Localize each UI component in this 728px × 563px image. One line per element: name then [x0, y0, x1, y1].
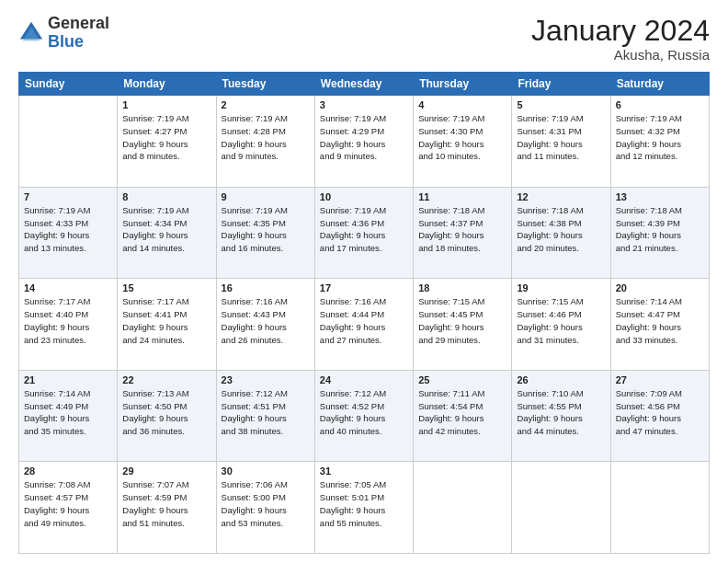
day-info: Sunrise: 7:15 AMSunset: 4:45 PMDaylight:…	[418, 295, 506, 346]
table-cell: 18 Sunrise: 7:15 AMSunset: 4:45 PMDaylig…	[414, 279, 512, 371]
logo: General Blue	[18, 15, 109, 52]
table-cell: 23 Sunrise: 7:12 AMSunset: 4:51 PMDaylig…	[216, 370, 314, 462]
day-number: 19	[517, 282, 605, 293]
table-cell: 10 Sunrise: 7:19 AMSunset: 4:36 PMDaylig…	[314, 187, 413, 279]
col-sunday: Sunday	[19, 73, 118, 96]
day-info: Sunrise: 7:10 AMSunset: 4:55 PMDaylight:…	[517, 387, 605, 438]
day-info: Sunrise: 7:12 AMSunset: 4:52 PMDaylight:…	[320, 387, 408, 438]
day-number: 13	[616, 191, 704, 202]
table-cell: 8 Sunrise: 7:19 AMSunset: 4:34 PMDayligh…	[118, 187, 216, 279]
day-number: 9	[222, 191, 310, 202]
col-saturday: Saturday	[610, 73, 709, 96]
table-cell: 6 Sunrise: 7:19 AMSunset: 4:32 PMDayligh…	[610, 96, 709, 188]
day-info: Sunrise: 7:14 AMSunset: 4:49 PMDaylight:…	[24, 387, 112, 438]
day-info: Sunrise: 7:07 AMSunset: 4:59 PMDaylight:…	[122, 478, 210, 529]
table-cell: 12 Sunrise: 7:18 AMSunset: 4:38 PMDaylig…	[512, 187, 610, 279]
table-cell: 15 Sunrise: 7:17 AMSunset: 4:41 PMDaylig…	[118, 279, 216, 371]
day-number: 8	[122, 191, 210, 202]
day-info: Sunrise: 7:17 AMSunset: 4:40 PMDaylight:…	[24, 295, 112, 346]
day-number: 29	[122, 465, 210, 477]
day-number: 25	[418, 374, 506, 385]
day-info: Sunrise: 7:19 AMSunset: 4:29 PMDaylight:…	[320, 112, 408, 163]
day-info: Sunrise: 7:19 AMSunset: 4:27 PMDaylight:…	[122, 112, 210, 163]
table-cell: 28 Sunrise: 7:08 AMSunset: 4:57 PMDaylig…	[19, 462, 118, 554]
day-info: Sunrise: 7:19 AMSunset: 4:30 PMDaylight:…	[418, 112, 506, 163]
day-number: 7	[24, 191, 112, 202]
day-number: 31	[320, 465, 408, 477]
table-cell: 5 Sunrise: 7:19 AMSunset: 4:31 PMDayligh…	[512, 96, 610, 188]
day-info: Sunrise: 7:18 AMSunset: 4:38 PMDaylight:…	[517, 204, 605, 255]
day-number: 30	[222, 465, 310, 477]
day-number: 6	[616, 99, 704, 110]
table-cell: 31 Sunrise: 7:05 AMSunset: 5:01 PMDaylig…	[314, 462, 413, 554]
day-info: Sunrise: 7:06 AMSunset: 5:00 PMDaylight:…	[222, 478, 310, 529]
day-number: 21	[24, 374, 112, 385]
day-number: 20	[616, 282, 704, 293]
day-number: 4	[418, 99, 506, 110]
col-thursday: Thursday	[414, 73, 512, 96]
day-info: Sunrise: 7:16 AMSunset: 4:44 PMDaylight:…	[320, 295, 408, 346]
table-cell	[414, 462, 512, 554]
calendar-header-row: Sunday Monday Tuesday Wednesday Thursday…	[19, 73, 710, 96]
day-info: Sunrise: 7:19 AMSunset: 4:31 PMDaylight:…	[517, 112, 605, 163]
day-number: 27	[616, 374, 704, 385]
calendar-week-row: 14 Sunrise: 7:17 AMSunset: 4:40 PMDaylig…	[19, 279, 710, 371]
table-cell: 27 Sunrise: 7:09 AMSunset: 4:56 PMDaylig…	[610, 370, 709, 462]
day-number: 11	[418, 191, 506, 202]
table-cell: 30 Sunrise: 7:06 AMSunset: 5:00 PMDaylig…	[216, 462, 314, 554]
day-info: Sunrise: 7:18 AMSunset: 4:37 PMDaylight:…	[418, 204, 506, 255]
page: General Blue January 2024 Akusha, Russia…	[0, 0, 728, 563]
day-info: Sunrise: 7:11 AMSunset: 4:54 PMDaylight:…	[418, 387, 506, 438]
table-cell: 20 Sunrise: 7:14 AMSunset: 4:47 PMDaylig…	[610, 279, 709, 371]
table-cell: 25 Sunrise: 7:11 AMSunset: 4:54 PMDaylig…	[414, 370, 512, 462]
col-monday: Monday	[118, 73, 216, 96]
day-number: 3	[320, 99, 408, 110]
day-info: Sunrise: 7:19 AMSunset: 4:33 PMDaylight:…	[24, 204, 112, 255]
day-info: Sunrise: 7:19 AMSunset: 4:36 PMDaylight:…	[320, 204, 408, 255]
day-number: 22	[122, 374, 210, 385]
day-number: 26	[517, 374, 605, 385]
calendar-week-row: 7 Sunrise: 7:19 AMSunset: 4:33 PMDayligh…	[19, 187, 710, 279]
day-info: Sunrise: 7:05 AMSunset: 5:01 PMDaylight:…	[320, 478, 408, 529]
day-number: 18	[418, 282, 506, 293]
title-location: Akusha, Russia	[531, 47, 710, 63]
calendar-week-row: 1 Sunrise: 7:19 AMSunset: 4:27 PMDayligh…	[19, 96, 710, 188]
day-info: Sunrise: 7:09 AMSunset: 4:56 PMDaylight:…	[616, 387, 704, 438]
calendar-table: Sunday Monday Tuesday Wednesday Thursday…	[18, 72, 710, 554]
day-number: 23	[222, 374, 310, 385]
table-cell: 24 Sunrise: 7:12 AMSunset: 4:52 PMDaylig…	[314, 370, 413, 462]
day-info: Sunrise: 7:19 AMSunset: 4:35 PMDaylight:…	[222, 204, 310, 255]
table-cell	[19, 96, 118, 188]
table-cell: 19 Sunrise: 7:15 AMSunset: 4:46 PMDaylig…	[512, 279, 610, 371]
day-number: 17	[320, 282, 408, 293]
day-info: Sunrise: 7:16 AMSunset: 4:43 PMDaylight:…	[222, 295, 310, 346]
day-number: 10	[320, 191, 408, 202]
table-cell: 9 Sunrise: 7:19 AMSunset: 4:35 PMDayligh…	[216, 187, 314, 279]
table-cell: 29 Sunrise: 7:07 AMSunset: 4:59 PMDaylig…	[118, 462, 216, 554]
calendar-week-row: 21 Sunrise: 7:14 AMSunset: 4:49 PMDaylig…	[19, 370, 710, 462]
day-info: Sunrise: 7:13 AMSunset: 4:50 PMDaylight:…	[122, 387, 210, 438]
day-info: Sunrise: 7:12 AMSunset: 4:51 PMDaylight:…	[222, 387, 310, 438]
table-cell: 16 Sunrise: 7:16 AMSunset: 4:43 PMDaylig…	[216, 279, 314, 371]
day-info: Sunrise: 7:08 AMSunset: 4:57 PMDaylight:…	[24, 478, 112, 529]
calendar-week-row: 28 Sunrise: 7:08 AMSunset: 4:57 PMDaylig…	[19, 462, 710, 554]
logo-icon	[18, 20, 44, 46]
table-cell: 2 Sunrise: 7:19 AMSunset: 4:28 PMDayligh…	[216, 96, 314, 188]
day-info: Sunrise: 7:14 AMSunset: 4:47 PMDaylight:…	[616, 295, 704, 346]
day-info: Sunrise: 7:19 AMSunset: 4:34 PMDaylight:…	[122, 204, 210, 255]
day-number: 5	[517, 99, 605, 110]
day-info: Sunrise: 7:19 AMSunset: 4:32 PMDaylight:…	[616, 112, 704, 163]
day-number: 24	[320, 374, 408, 385]
table-cell: 17 Sunrise: 7:16 AMSunset: 4:44 PMDaylig…	[314, 279, 413, 371]
logo-general-text: General	[48, 15, 109, 33]
table-cell: 4 Sunrise: 7:19 AMSunset: 4:30 PMDayligh…	[414, 96, 512, 188]
table-cell: 26 Sunrise: 7:10 AMSunset: 4:55 PMDaylig…	[512, 370, 610, 462]
table-cell: 22 Sunrise: 7:13 AMSunset: 4:50 PMDaylig…	[118, 370, 216, 462]
day-number: 28	[24, 465, 112, 477]
logo-blue-text: Blue	[48, 33, 109, 52]
day-number: 16	[222, 282, 310, 293]
day-info: Sunrise: 7:19 AMSunset: 4:28 PMDaylight:…	[222, 112, 310, 163]
table-cell: 11 Sunrise: 7:18 AMSunset: 4:37 PMDaylig…	[414, 187, 512, 279]
col-tuesday: Tuesday	[216, 73, 314, 96]
table-cell	[512, 462, 610, 554]
